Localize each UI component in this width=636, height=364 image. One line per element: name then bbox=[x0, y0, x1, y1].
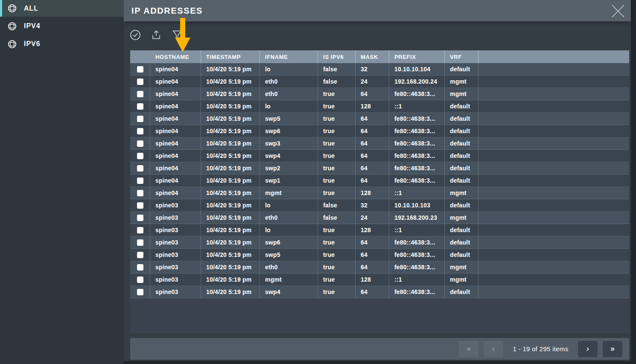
first-page-button[interactable]: « bbox=[459, 341, 478, 357]
row-checkbox[interactable] bbox=[137, 165, 143, 172]
column-header-mask[interactable]: MASK bbox=[356, 50, 389, 63]
cell-select bbox=[130, 274, 150, 285]
table-row[interactable]: spine0410/4/20 5:19 pmeth0false24192.168… bbox=[130, 76, 629, 88]
close-button[interactable] bbox=[611, 5, 625, 17]
table-row[interactable]: spine0410/4/20 5:19 pmswp1true64fe80::46… bbox=[130, 175, 629, 187]
upload-export-icon bbox=[151, 29, 162, 41]
table-row[interactable]: spine0410/4/20 5:19 pmmgmttrue128::1mgmt bbox=[130, 187, 629, 199]
row-checkbox[interactable] bbox=[137, 79, 143, 85]
row-checkbox[interactable] bbox=[137, 153, 143, 159]
row-checkbox[interactable] bbox=[137, 277, 143, 283]
table-row[interactable]: spine0310/4/20 5:19 pmswp6true64fe80::46… bbox=[130, 236, 629, 249]
row-checkbox[interactable] bbox=[137, 140, 143, 147]
cell-hostname: spine04 bbox=[150, 76, 201, 87]
cell-filler bbox=[478, 274, 629, 285]
cell-vrf: default bbox=[445, 249, 478, 261]
cell-mask: 128 bbox=[356, 274, 389, 285]
page-title: IP ADDRESSES bbox=[131, 6, 203, 16]
row-checkbox[interactable] bbox=[137, 227, 143, 233]
column-header-hostname[interactable]: HOSTNAME bbox=[150, 50, 201, 63]
cell-hostname: spine04 bbox=[150, 150, 201, 162]
cell-mask: 64 bbox=[356, 125, 389, 137]
cell-select bbox=[130, 162, 150, 174]
table-row[interactable]: spine0410/4/20 5:19 pmlofalse3210.10.10.… bbox=[130, 63, 629, 76]
row-checkbox[interactable] bbox=[137, 91, 143, 97]
column-header-timestamp[interactable]: TIMESTAMP bbox=[201, 50, 260, 63]
cell-prefix: fe80::4638:3... bbox=[389, 286, 445, 298]
sidebar-item-ipv4[interactable]: IPV4 bbox=[0, 17, 124, 35]
next-page-button[interactable]: › bbox=[578, 341, 598, 357]
column-header-prefix[interactable]: PREFIX bbox=[389, 50, 445, 63]
table-row[interactable]: spine0410/4/20 5:19 pmswp2true64fe80::46… bbox=[130, 162, 629, 175]
cell-select bbox=[130, 212, 150, 224]
row-checkbox[interactable] bbox=[137, 289, 143, 295]
cell-select bbox=[130, 137, 150, 149]
cell-select bbox=[130, 199, 150, 211]
cell-ifname: lo bbox=[260, 224, 318, 236]
row-checkbox[interactable] bbox=[137, 116, 143, 122]
row-checkbox[interactable] bbox=[137, 103, 143, 110]
row-checkbox[interactable] bbox=[137, 66, 143, 73]
table-row[interactable]: spine0310/4/20 5:19 pmmgmttrue128::1mgmt bbox=[130, 274, 629, 286]
last-page-button[interactable]: » bbox=[603, 341, 622, 357]
table-row[interactable]: spine0310/4/20 5:19 pmlotrue128::1defaul… bbox=[130, 224, 629, 236]
table-row[interactable]: spine0410/4/20 5:19 pmswp3true64fe80::46… bbox=[130, 137, 629, 150]
row-checkbox[interactable] bbox=[137, 178, 143, 184]
table-row[interactable]: spine0410/4/20 5:19 pmswp6true64fe80::46… bbox=[130, 125, 629, 137]
table-row[interactable]: spine0310/4/20 5:19 pmlofalse3210.10.10.… bbox=[130, 199, 629, 212]
sidebar-item-ipv6[interactable]: IPV6 bbox=[0, 35, 124, 52]
cell-filler bbox=[478, 125, 629, 137]
row-checkbox[interactable] bbox=[137, 190, 143, 196]
filter-button[interactable] bbox=[171, 29, 183, 41]
table-row[interactable]: spine0410/4/20 5:19 pmeth0true64fe80::46… bbox=[130, 88, 629, 100]
column-header-vrf[interactable]: VRF bbox=[445, 50, 478, 63]
row-checkbox[interactable] bbox=[137, 239, 143, 246]
cell-filler bbox=[478, 76, 629, 87]
cell-ifname: eth0 bbox=[260, 261, 318, 273]
cell-mask: 64 bbox=[356, 249, 389, 261]
cell-prefix: fe80::4638:3... bbox=[389, 88, 445, 100]
cell-select bbox=[130, 125, 150, 137]
column-header-ifname[interactable]: IFNAME bbox=[260, 50, 318, 63]
select-all-button[interactable] bbox=[129, 29, 141, 41]
row-checkbox[interactable] bbox=[137, 202, 143, 209]
table-header-row: HOSTNAME TIMESTAMP IFNAME IS IPV6 MASK P… bbox=[130, 50, 629, 63]
select-column-header bbox=[130, 50, 150, 63]
cell-timestamp: 10/4/20 5:19 pm bbox=[201, 125, 260, 137]
cell-mask: 24 bbox=[356, 76, 389, 87]
sidebar-item-all[interactable]: ALL bbox=[0, 0, 124, 17]
column-header-is-ipv6[interactable]: IS IPV6 bbox=[318, 50, 356, 63]
cell-prefix: fe80::4638:3... bbox=[389, 162, 445, 174]
export-button[interactable] bbox=[150, 29, 162, 41]
cell-mask: 64 bbox=[356, 88, 389, 100]
ip-addresses-panel: IP ADDRESSES bbox=[124, 0, 631, 361]
cell-timestamp: 10/4/20 5:19 pm bbox=[201, 212, 260, 224]
table-row[interactable]: spine0410/4/20 5:19 pmswp4true64fe80::46… bbox=[130, 150, 629, 162]
cell-filler bbox=[478, 212, 629, 224]
table-row[interactable]: spine0310/4/20 5:19 pmeth0false24192.168… bbox=[130, 212, 629, 224]
cell-mask: 64 bbox=[356, 137, 389, 149]
row-checkbox[interactable] bbox=[137, 128, 143, 134]
table-row[interactable]: spine0310/4/20 5:19 pmswp4true64fe80::46… bbox=[130, 286, 629, 298]
row-checkbox[interactable] bbox=[137, 264, 143, 271]
cell-is-ipv6: false bbox=[318, 76, 356, 87]
cell-vrf: default bbox=[445, 63, 478, 75]
prev-page-button[interactable]: ‹ bbox=[484, 341, 503, 357]
cell-ifname: swp3 bbox=[260, 137, 318, 149]
table-row[interactable]: spine0310/4/20 5:19 pmeth0true64fe80::46… bbox=[130, 261, 629, 274]
cell-hostname: spine03 bbox=[150, 212, 201, 224]
table-row[interactable]: spine0410/4/20 5:19 pmswp5true64fe80::46… bbox=[130, 113, 629, 125]
row-checkbox[interactable] bbox=[137, 252, 143, 258]
table-row[interactable]: spine0310/4/20 5:19 pmswp5true64fe80::46… bbox=[130, 249, 629, 261]
cell-prefix: fe80::4638:3... bbox=[389, 125, 445, 137]
cell-select bbox=[130, 63, 150, 75]
sidebar-item-label: ALL bbox=[24, 5, 38, 12]
ip-addresses-table: HOSTNAME TIMESTAMP IFNAME IS IPV6 MASK P… bbox=[130, 50, 629, 333]
cell-hostname: spine04 bbox=[150, 63, 201, 75]
row-checkbox[interactable] bbox=[137, 215, 143, 221]
table-row[interactable]: spine0410/4/20 5:19 pmlotrue128::1defaul… bbox=[130, 100, 629, 113]
sidebar-item-label: IPV4 bbox=[24, 22, 41, 30]
cell-ifname: swp6 bbox=[260, 236, 318, 248]
cell-is-ipv6: true bbox=[318, 113, 356, 125]
cell-is-ipv6: true bbox=[318, 249, 356, 261]
